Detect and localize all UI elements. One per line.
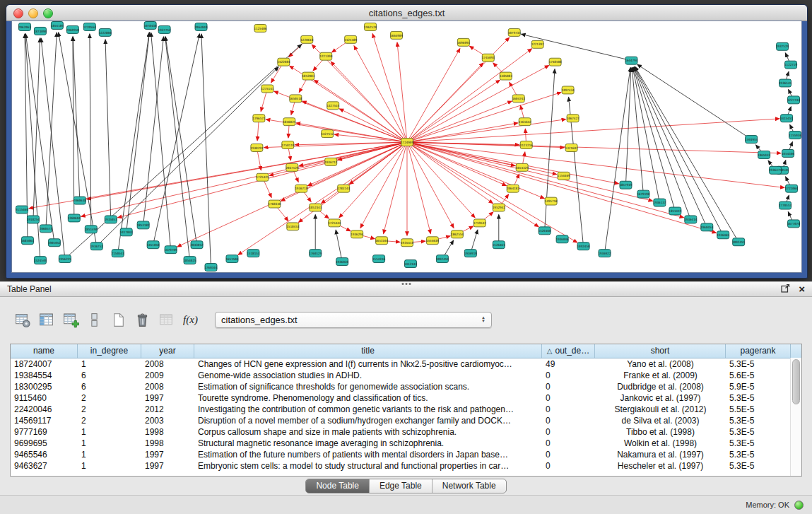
graph-edge[interactable] bbox=[105, 40, 111, 220]
graph-node[interactable]: 1937752 bbox=[158, 25, 171, 33]
graph-node[interactable]: 1852343 bbox=[309, 204, 322, 211]
graph-node[interactable]: 2060577 bbox=[40, 225, 52, 233]
graph-node[interactable]: 1935053 bbox=[105, 216, 117, 223]
float-panel-icon[interactable] bbox=[781, 283, 790, 296]
graph-node[interactable]: 1724909 bbox=[401, 139, 413, 146]
graph-edge[interactable] bbox=[632, 68, 643, 194]
graph-edge[interactable] bbox=[407, 142, 577, 243]
graph-node[interactable]: 1851490 bbox=[85, 226, 98, 233]
graph-node[interactable]: 1853182 bbox=[137, 221, 150, 229]
graph-node[interactable]: 2062063 bbox=[18, 23, 31, 30]
table-row[interactable]: 977716911998Corpus callosum shape and si… bbox=[11, 426, 801, 438]
graph-node[interactable]: 1275141 bbox=[261, 85, 273, 93]
graph-node[interactable]: 2060950 bbox=[66, 25, 79, 33]
graph-edge[interactable] bbox=[201, 34, 211, 267]
graph-edge[interactable] bbox=[339, 142, 407, 218]
table-source-dropdown[interactable]: citations_edges.txt ▲▼ bbox=[215, 312, 492, 328]
function-builder-button[interactable]: f(x) bbox=[180, 310, 201, 329]
graph-node[interactable]: 1092451 bbox=[732, 238, 745, 246]
graph-node[interactable]: 1846025 bbox=[283, 118, 295, 126]
add-column-button[interactable] bbox=[59, 310, 81, 329]
column-header-year[interactable]: year bbox=[141, 344, 194, 358]
graph-node[interactable]: 1654329 bbox=[516, 163, 529, 171]
graph-node[interactable]: 1936046 bbox=[556, 235, 569, 243]
graph-edge[interactable] bbox=[407, 37, 510, 142]
graph-edge[interactable] bbox=[360, 142, 407, 228]
delete-table-button[interactable] bbox=[131, 310, 153, 329]
graph-node[interactable]: 1936545 bbox=[779, 79, 792, 87]
graph-node[interactable]: 1078430 bbox=[144, 21, 157, 29]
graph-node[interactable]: 1651504 bbox=[225, 255, 238, 263]
graph-node[interactable]: 1650518 bbox=[289, 95, 302, 103]
graph-node[interactable]: 1451050 bbox=[147, 241, 160, 249]
graph-node[interactable]: 1554639 bbox=[426, 237, 439, 245]
graph-node[interactable]: 2043052 bbox=[191, 241, 204, 249]
graph-node[interactable]: 1725444 bbox=[328, 219, 341, 227]
tab-network-table[interactable]: Network Table bbox=[432, 479, 506, 493]
table-row[interactable]: 911546021997Tourette syndrome. Phenomeno… bbox=[11, 392, 801, 404]
graph-node[interactable]: 1220618 bbox=[300, 35, 313, 43]
graph-node[interactable]: 1485083 bbox=[500, 72, 512, 80]
graph-node[interactable]: 1427512 bbox=[321, 130, 334, 138]
graph-node[interactable]: 9115460 bbox=[16, 206, 28, 214]
graph-node[interactable]: 1857919 bbox=[619, 181, 632, 189]
graph-node[interactable]: 1221397 bbox=[531, 40, 544, 48]
graph-edge[interactable] bbox=[604, 68, 630, 254]
graph-node[interactable]: 1960454 bbox=[700, 223, 713, 231]
graph-edge[interactable] bbox=[97, 67, 278, 247]
graph-node[interactable]: 1721064 bbox=[785, 185, 798, 192]
graph-node[interactable]: 1725425 bbox=[256, 173, 269, 181]
graph-node[interactable]: 1222808 bbox=[99, 28, 112, 36]
graph-edge[interactable] bbox=[339, 109, 407, 142]
graph-node[interactable]: 1865933 bbox=[758, 151, 770, 158]
column-header-name[interactable]: name bbox=[11, 344, 78, 358]
graph-node[interactable]: 1092459 bbox=[436, 255, 449, 263]
graph-node[interactable]: 1745093 bbox=[482, 54, 495, 62]
graph-edge[interactable] bbox=[407, 142, 454, 228]
graph-edge[interactable] bbox=[90, 34, 91, 229]
graph-node[interactable]: 1097434 bbox=[562, 86, 575, 94]
graph-edge[interactable] bbox=[336, 230, 342, 262]
graph-edge[interactable] bbox=[407, 119, 779, 142]
graph-node[interactable]: 1495758 bbox=[545, 197, 558, 205]
graph-node[interactable]: 1679709 bbox=[165, 246, 177, 254]
graph-node[interactable]: 1220564 bbox=[83, 23, 96, 30]
graph-node[interactable]: 1936465 bbox=[717, 231, 729, 239]
graph-node[interactable]: 1936718 bbox=[295, 185, 307, 192]
window-close-button[interactable] bbox=[13, 8, 23, 18]
graph-node[interactable]: 1851419 bbox=[669, 207, 681, 215]
graph-node[interactable]: 1770553 bbox=[779, 201, 792, 209]
table-row[interactable]: 969969511998Structural magnetic resonanc… bbox=[11, 438, 801, 449]
graph-node[interactable]: 1760344 bbox=[204, 264, 217, 271]
graph-node[interactable]: 1125406 bbox=[254, 24, 266, 32]
graph-node[interactable]: 1936753 bbox=[90, 243, 103, 250]
graph-node[interactable]: 1936028 bbox=[336, 258, 348, 266]
column-header-pagerank[interactable]: pagerank bbox=[726, 344, 791, 358]
graph-node[interactable]: 1518453 bbox=[286, 223, 299, 230]
column-header-out_degree[interactable]: △out_de… bbox=[542, 344, 595, 358]
graph-node[interactable]: 1526460 bbox=[539, 227, 551, 235]
graph-node[interactable]: 1760129 bbox=[309, 250, 322, 257]
graph-edge[interactable] bbox=[632, 67, 659, 202]
graph-node[interactable]: 1685061 bbox=[21, 237, 34, 245]
graph-node[interactable]: 1079734 bbox=[508, 28, 521, 36]
import-table-button[interactable] bbox=[155, 310, 177, 329]
graph-node[interactable]: 1748508 bbox=[549, 58, 562, 66]
column-header-title[interactable]: title bbox=[194, 344, 542, 358]
new-table-button[interactable] bbox=[107, 310, 129, 329]
graph-node[interactable]: 1092450 bbox=[577, 243, 590, 250]
graph-node[interactable]: 1873090 bbox=[34, 27, 47, 35]
graph-edge[interactable] bbox=[65, 45, 302, 259]
column-header-short[interactable]: short bbox=[595, 344, 726, 358]
graph-edge[interactable] bbox=[633, 67, 675, 211]
tab-node-table[interactable]: Node Table bbox=[306, 479, 369, 493]
table-scrollbar[interactable] bbox=[790, 358, 801, 476]
graph-node[interactable]: 1653164 bbox=[375, 237, 388, 245]
graph-edge[interactable] bbox=[46, 33, 57, 228]
table-row[interactable]: 1938455462009Genome-wide association stu… bbox=[11, 370, 801, 381]
window-minimize-button[interactable] bbox=[28, 8, 38, 18]
column-header-in_degree[interactable]: in_degree bbox=[78, 344, 141, 358]
graph-node[interactable]: 1956225 bbox=[59, 255, 71, 263]
graph-node[interactable]: 1936294 bbox=[351, 230, 363, 238]
table-scrollbar-thumb[interactable] bbox=[792, 359, 800, 404]
